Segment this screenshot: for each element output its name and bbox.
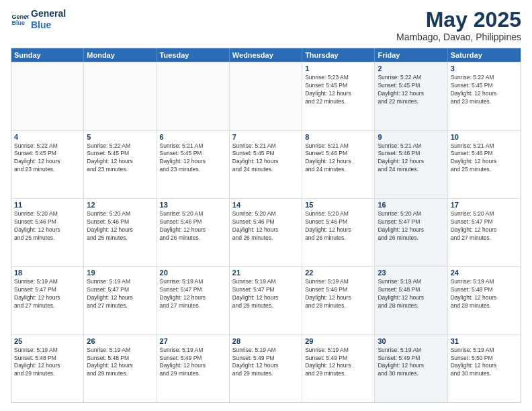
- title-block: May 2025 Mambago, Davao, Philippines: [396, 8, 521, 42]
- logo-line2: Blue: [31, 19, 66, 31]
- calendar-cell: 24Sunrise: 5:19 AM Sunset: 5:48 PM Dayli…: [448, 267, 521, 334]
- day-info: Sunrise: 5:20 AM Sunset: 5:47 PM Dayligh…: [378, 210, 444, 242]
- calendar-cell: [230, 62, 302, 130]
- calendar-cell: 9Sunrise: 5:21 AM Sunset: 5:46 PM Daylig…: [375, 131, 447, 198]
- day-info: Sunrise: 5:21 AM Sunset: 5:45 PM Dayligh…: [160, 142, 226, 175]
- calendar-cell: 18Sunrise: 5:19 AM Sunset: 5:47 PM Dayli…: [11, 267, 84, 334]
- day-number: 5: [87, 133, 153, 141]
- day-number: 15: [305, 201, 371, 209]
- calendar-cell: [157, 62, 230, 130]
- calendar-cell: 25Sunrise: 5:19 AM Sunset: 5:48 PM Dayli…: [11, 335, 84, 402]
- logo-icon: General Blue: [11, 10, 30, 29]
- day-number: 10: [451, 133, 518, 141]
- day-info: Sunrise: 5:21 AM Sunset: 5:46 PM Dayligh…: [305, 142, 371, 175]
- calendar-cell: 30Sunrise: 5:19 AM Sunset: 5:49 PM Dayli…: [375, 335, 447, 402]
- calendar-cell: 23Sunrise: 5:19 AM Sunset: 5:48 PM Dayli…: [375, 267, 447, 334]
- day-number: 12: [87, 201, 153, 209]
- day-info: Sunrise: 5:22 AM Sunset: 5:45 PM Dayligh…: [14, 142, 81, 175]
- day-number: 31: [451, 337, 518, 345]
- day-info: Sunrise: 5:21 AM Sunset: 5:45 PM Dayligh…: [232, 142, 299, 175]
- day-info: Sunrise: 5:22 AM Sunset: 5:45 PM Dayligh…: [378, 74, 444, 106]
- day-number: 19: [87, 269, 153, 277]
- calendar-cell: 16Sunrise: 5:20 AM Sunset: 5:47 PM Dayli…: [375, 199, 447, 266]
- day-info: Sunrise: 5:19 AM Sunset: 5:47 PM Dayligh…: [160, 278, 226, 310]
- calendar-cell: 27Sunrise: 5:19 AM Sunset: 5:49 PM Dayli…: [157, 335, 230, 402]
- day-info: Sunrise: 5:19 AM Sunset: 5:49 PM Dayligh…: [232, 347, 299, 379]
- calendar-cell: 6Sunrise: 5:21 AM Sunset: 5:45 PM Daylig…: [157, 131, 230, 198]
- day-info: Sunrise: 5:21 AM Sunset: 5:46 PM Dayligh…: [451, 142, 518, 175]
- day-info: Sunrise: 5:19 AM Sunset: 5:48 PM Dayligh…: [14, 347, 81, 379]
- weekday-header: Saturday: [448, 48, 521, 62]
- calendar-cell: 17Sunrise: 5:20 AM Sunset: 5:47 PM Dayli…: [448, 199, 521, 266]
- day-info: Sunrise: 5:19 AM Sunset: 5:48 PM Dayligh…: [87, 347, 153, 379]
- calendar-header: SundayMondayTuesdayWednesdayThursdayFrid…: [11, 48, 521, 62]
- subtitle: Mambago, Davao, Philippines: [396, 32, 521, 42]
- day-info: Sunrise: 5:20 AM Sunset: 5:47 PM Dayligh…: [451, 210, 518, 242]
- day-number: 13: [160, 201, 226, 209]
- calendar-cell: 11Sunrise: 5:20 AM Sunset: 5:46 PM Dayli…: [11, 199, 84, 266]
- day-info: Sunrise: 5:20 AM Sunset: 5:46 PM Dayligh…: [232, 210, 299, 242]
- day-info: Sunrise: 5:19 AM Sunset: 5:47 PM Dayligh…: [87, 278, 153, 310]
- day-info: Sunrise: 5:23 AM Sunset: 5:45 PM Dayligh…: [305, 74, 371, 106]
- calendar-row: 1Sunrise: 5:23 AM Sunset: 5:45 PM Daylig…: [11, 62, 521, 130]
- calendar-cell: 5Sunrise: 5:22 AM Sunset: 5:45 PM Daylig…: [84, 131, 157, 198]
- day-info: Sunrise: 5:19 AM Sunset: 5:48 PM Dayligh…: [451, 278, 518, 310]
- logo-line1: General: [31, 8, 66, 19]
- day-number: 23: [378, 269, 444, 277]
- weekday-header: Friday: [375, 48, 447, 62]
- weekday-header: Sunday: [11, 48, 84, 62]
- calendar-cell: 10Sunrise: 5:21 AM Sunset: 5:46 PM Dayli…: [448, 131, 521, 198]
- calendar-row: 25Sunrise: 5:19 AM Sunset: 5:48 PM Dayli…: [11, 334, 521, 402]
- day-info: Sunrise: 5:19 AM Sunset: 5:49 PM Dayligh…: [160, 347, 226, 379]
- day-info: Sunrise: 5:19 AM Sunset: 5:48 PM Dayligh…: [378, 278, 444, 310]
- calendar: SundayMondayTuesdayWednesdayThursdayFrid…: [11, 48, 521, 403]
- calendar-cell: [84, 62, 157, 130]
- day-info: Sunrise: 5:20 AM Sunset: 5:46 PM Dayligh…: [305, 210, 371, 242]
- day-number: 27: [160, 337, 226, 345]
- calendar-body: 1Sunrise: 5:23 AM Sunset: 5:45 PM Daylig…: [11, 62, 521, 402]
- header: General Blue General Blue May 2025 Mamba…: [11, 8, 521, 42]
- day-number: 28: [232, 337, 299, 345]
- day-number: 26: [87, 337, 153, 345]
- calendar-cell: 13Sunrise: 5:20 AM Sunset: 5:46 PM Dayli…: [157, 199, 230, 266]
- logo: General Blue General Blue: [11, 8, 66, 31]
- calendar-cell: 2Sunrise: 5:22 AM Sunset: 5:45 PM Daylig…: [375, 62, 447, 130]
- calendar-cell: 14Sunrise: 5:20 AM Sunset: 5:46 PM Dayli…: [230, 199, 302, 266]
- calendar-cell: 20Sunrise: 5:19 AM Sunset: 5:47 PM Dayli…: [157, 267, 230, 334]
- day-number: 25: [14, 337, 81, 345]
- day-info: Sunrise: 5:20 AM Sunset: 5:46 PM Dayligh…: [14, 210, 81, 242]
- day-number: 11: [14, 201, 81, 209]
- day-number: 21: [232, 269, 299, 277]
- weekday-header: Tuesday: [157, 48, 230, 62]
- day-number: 2: [378, 64, 444, 73]
- calendar-cell: [11, 62, 84, 130]
- day-number: 14: [232, 201, 299, 209]
- day-info: Sunrise: 5:20 AM Sunset: 5:46 PM Dayligh…: [87, 210, 153, 242]
- day-info: Sunrise: 5:20 AM Sunset: 5:46 PM Dayligh…: [160, 210, 226, 242]
- day-number: 22: [305, 269, 371, 277]
- day-info: Sunrise: 5:19 AM Sunset: 5:49 PM Dayligh…: [305, 347, 371, 379]
- calendar-row: 4Sunrise: 5:22 AM Sunset: 5:45 PM Daylig…: [11, 130, 521, 198]
- day-number: 3: [451, 64, 518, 73]
- day-info: Sunrise: 5:19 AM Sunset: 5:48 PM Dayligh…: [305, 278, 371, 310]
- day-number: 8: [305, 133, 371, 141]
- calendar-row: 11Sunrise: 5:20 AM Sunset: 5:46 PM Dayli…: [11, 198, 521, 266]
- day-info: Sunrise: 5:22 AM Sunset: 5:45 PM Dayligh…: [87, 142, 153, 175]
- day-number: 6: [160, 133, 226, 141]
- calendar-cell: 31Sunrise: 5:19 AM Sunset: 5:50 PM Dayli…: [448, 335, 521, 402]
- day-number: 18: [14, 269, 81, 277]
- calendar-cell: 3Sunrise: 5:22 AM Sunset: 5:45 PM Daylig…: [448, 62, 521, 130]
- calendar-cell: 19Sunrise: 5:19 AM Sunset: 5:47 PM Dayli…: [84, 267, 157, 334]
- day-info: Sunrise: 5:19 AM Sunset: 5:47 PM Dayligh…: [14, 278, 81, 310]
- calendar-cell: 12Sunrise: 5:20 AM Sunset: 5:46 PM Dayli…: [84, 199, 157, 266]
- weekday-header: Monday: [84, 48, 157, 62]
- day-number: 1: [305, 64, 371, 73]
- calendar-cell: 26Sunrise: 5:19 AM Sunset: 5:48 PM Dayli…: [84, 335, 157, 402]
- day-number: 7: [232, 133, 299, 141]
- calendar-cell: 8Sunrise: 5:21 AM Sunset: 5:46 PM Daylig…: [302, 131, 375, 198]
- calendar-cell: 29Sunrise: 5:19 AM Sunset: 5:49 PM Dayli…: [302, 335, 375, 402]
- calendar-cell: 4Sunrise: 5:22 AM Sunset: 5:45 PM Daylig…: [11, 131, 84, 198]
- day-info: Sunrise: 5:21 AM Sunset: 5:46 PM Dayligh…: [378, 142, 444, 175]
- day-number: 29: [305, 337, 371, 345]
- calendar-row: 18Sunrise: 5:19 AM Sunset: 5:47 PM Dayli…: [11, 266, 521, 334]
